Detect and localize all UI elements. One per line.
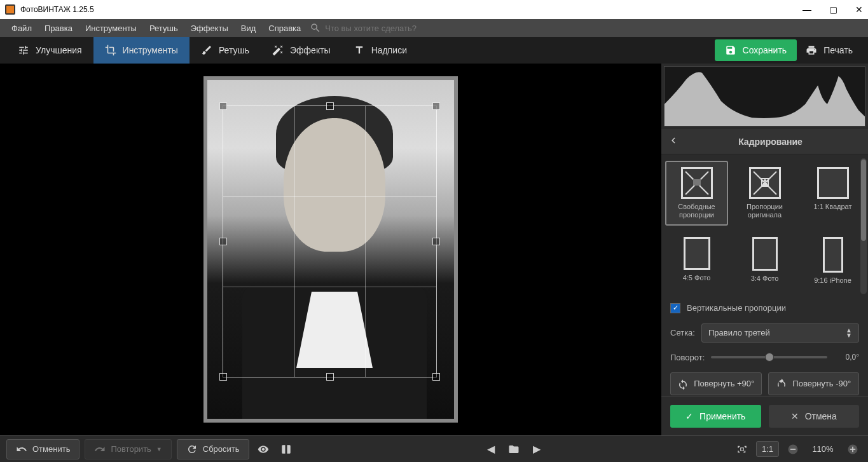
reset-button[interactable]: Сбросить: [177, 439, 249, 459]
presets-scrollbar[interactable]: [860, 158, 867, 294]
crop-presets: Свободные пропорции Пропорции оригинала …: [661, 154, 868, 298]
tab-label: Инструменты: [123, 45, 178, 55]
svg-rect-5: [790, 449, 796, 450]
menu-tools[interactable]: Инструменты: [79, 24, 143, 33]
app-icon: [5, 4, 15, 15]
rotate-buttons: Повернуть +90° Повернуть -90°: [661, 367, 868, 397]
check-icon: ✓: [685, 411, 693, 421]
menu-search: [310, 22, 452, 34]
preset-label: 1:1 Квадрат: [813, 203, 851, 211]
preset-3-4[interactable]: 3:4 Фото: [733, 231, 796, 291]
zoom-1-1[interactable]: 1:1: [756, 441, 779, 457]
preset-original[interactable]: Пропорции оригинала: [733, 161, 796, 226]
tab-tools[interactable]: Инструменты: [93, 37, 189, 64]
preset-label: 3:4 Фото: [751, 275, 779, 283]
minimize-button[interactable]: —: [803, 4, 811, 15]
rotate-row: Поворот: 0,0°: [661, 348, 868, 367]
menu-edit[interactable]: Правка: [38, 24, 79, 33]
panel-header: Кадрирование: [661, 129, 868, 154]
print-icon: [806, 44, 817, 56]
compare-toggle[interactable]: [277, 440, 295, 458]
tabs: Улучшения Инструменты Ретушь Эффекты Над…: [6, 37, 418, 64]
close-icon: ✕: [791, 411, 799, 421]
photo: [203, 76, 458, 423]
rotate-label: Поворот:: [670, 353, 705, 362]
crop-handle[interactable]: [219, 102, 227, 110]
menu-retouch[interactable]: Ретушь: [143, 24, 184, 33]
preset-free[interactable]: Свободные пропорции: [665, 161, 728, 226]
print-button[interactable]: Печать: [797, 39, 862, 61]
preset-label: 9:16 iPhone: [814, 276, 851, 285]
preset-label: Пропорции оригинала: [737, 203, 792, 219]
undo-button[interactable]: Отменить: [6, 439, 79, 459]
crop-handle[interactable]: [326, 373, 334, 381]
vertical-proportions-row: ✓ Вертикальные пропорции: [661, 298, 868, 318]
tab-text[interactable]: Надписи: [342, 37, 418, 64]
folder-prev[interactable]: ◀: [482, 440, 500, 458]
rotate-plus-button[interactable]: Повернуть +90°: [670, 372, 762, 395]
crop-icon: [105, 44, 116, 56]
tab-enhancements[interactable]: Улучшения: [6, 37, 93, 64]
search-icon: [310, 22, 321, 34]
reset-icon: [186, 444, 198, 455]
apply-button[interactable]: ✓ Применить: [670, 405, 761, 428]
crop-handle[interactable]: [326, 102, 334, 110]
close-button[interactable]: ✕: [855, 4, 863, 15]
bottombar: Отменить Повторить ▼ Сбросить ◀ ▶ 1:1 11…: [0, 435, 868, 462]
reset-label: Сбросить: [203, 444, 240, 454]
app-title: ФотоВИНТАЖ 1.25.5: [20, 5, 803, 14]
redo-button[interactable]: Повторить ▼: [85, 439, 171, 459]
grid-value: Правило третей: [708, 328, 770, 337]
cancel-label: Отмена: [805, 411, 837, 421]
tab-effects[interactable]: Эффекты: [261, 37, 342, 64]
menu-help[interactable]: Справка: [262, 24, 307, 33]
redo-icon: [94, 444, 106, 455]
rotate-slider[interactable]: [711, 356, 827, 358]
save-button[interactable]: Сохранить: [715, 39, 797, 61]
rotate-minus-button[interactable]: Повернуть -90°: [768, 372, 860, 395]
back-button[interactable]: [668, 135, 679, 148]
cancel-button[interactable]: ✕ Отмена: [769, 405, 860, 428]
rotate-minus-label: Повернуть -90°: [792, 379, 851, 388]
grid-select[interactable]: Правило третей ▲▼: [701, 323, 859, 343]
zoom-in[interactable]: [844, 440, 862, 458]
crop-handle[interactable]: [219, 238, 227, 245]
crop-handle[interactable]: [432, 238, 440, 245]
crop-handle[interactable]: [219, 373, 227, 381]
right-panel: Кадрирование Свободные пропорции Пропорц…: [661, 64, 868, 435]
crop-handle[interactable]: [432, 102, 440, 110]
text-icon: [354, 44, 365, 56]
tab-label: Улучшения: [36, 45, 82, 55]
rotate-plus-label: Повернуть +90°: [694, 379, 754, 388]
search-input[interactable]: [325, 24, 452, 33]
save-icon: [725, 44, 736, 56]
undo-icon: [16, 444, 27, 455]
sliders-icon: [18, 44, 29, 56]
maximize-button[interactable]: ▢: [829, 4, 837, 15]
menu-file[interactable]: Файл: [5, 24, 38, 33]
preset-1-1[interactable]: 1:1 Квадрат: [801, 161, 864, 226]
zoom-out[interactable]: [784, 440, 802, 458]
redo-label: Повторить: [111, 444, 151, 454]
preset-4-5[interactable]: 4:5 Фото: [665, 231, 728, 291]
menu-effects[interactable]: Эффекты: [184, 24, 235, 33]
vertical-label: Вертикальные пропорции: [687, 303, 786, 313]
fit-screen[interactable]: [733, 440, 751, 458]
open-folder[interactable]: [505, 440, 523, 458]
canvas[interactable]: [0, 64, 661, 435]
rotate-ccw-icon: [776, 378, 787, 390]
crop-overlay[interactable]: [223, 105, 437, 377]
tab-retouch[interactable]: Ретушь: [189, 37, 261, 64]
tab-label: Надписи: [371, 45, 407, 55]
spinner-icon: ▲▼: [846, 328, 852, 338]
rotate-value: 0,0°: [834, 353, 859, 362]
folder-next[interactable]: ▶: [528, 440, 546, 458]
tab-label: Ретушь: [219, 45, 249, 55]
crop-handle[interactable]: [432, 373, 440, 381]
menu-view[interactable]: Вид: [235, 24, 263, 33]
preset-9-16[interactable]: 9:16 iPhone: [801, 231, 864, 291]
vertical-checkbox[interactable]: ✓: [670, 303, 680, 313]
svg-rect-8: [852, 446, 853, 451]
preview-toggle[interactable]: [254, 440, 272, 458]
rotate-cw-icon: [677, 378, 689, 390]
